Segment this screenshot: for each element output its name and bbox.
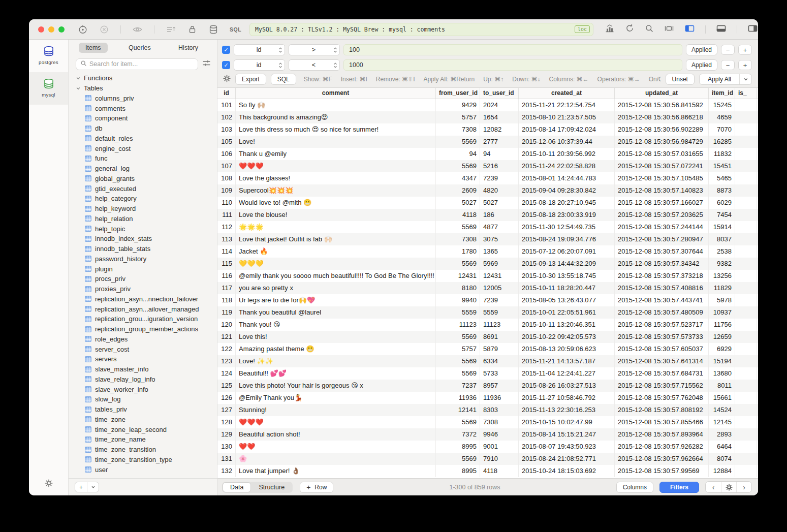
table-list-item[interactable]: role_edges	[69, 334, 217, 345]
preview-eye-icon[interactable]	[132, 25, 143, 34]
cell-created_at[interactable]: 2015-08-18 23:00:33.919	[519, 209, 615, 221]
cell-is_[interactable]	[735, 99, 757, 111]
cell-from_user_id[interactable]: 5569	[436, 160, 480, 172]
table-row[interactable]: 116@emily thank you soooo much beautiful…	[217, 270, 758, 282]
table-list-item[interactable]: engine_cost	[69, 143, 217, 153]
cell-to_user_id[interactable]: 1654	[480, 111, 519, 123]
table-settings-gear-icon[interactable]	[721, 482, 736, 492]
table-list-item[interactable]: time_zone	[69, 415, 217, 425]
cell-is_[interactable]	[735, 404, 757, 416]
cell-updated_at[interactable]: 2015-12-08 15:30:57.641314	[615, 355, 709, 367]
cell-item_id[interactable]: 11829	[709, 282, 735, 294]
cell-updated_at[interactable]: 2015-12-08 15:30:57.480509	[615, 306, 709, 319]
cell-comment[interactable]: Love this photo! Your hair is gorgeous 😘…	[236, 380, 436, 392]
cell-from_user_id[interactable]: 7308	[436, 233, 480, 245]
cell-comment[interactable]: Thank you! 😘	[236, 319, 436, 331]
cell-item_id[interactable]: 6929	[709, 343, 735, 355]
cell-from_user_id[interactable]: 1780	[436, 245, 480, 258]
column-header-item_id[interactable]: item_id	[709, 88, 735, 99]
cell-to_user_id[interactable]: 11936	[480, 392, 519, 404]
table-list-item[interactable]: columns_priv	[69, 93, 217, 104]
cell-to_user_id[interactable]: 3075	[480, 233, 519, 245]
cell-comment[interactable]: ❤️❤️❤️	[236, 160, 436, 172]
cell-updated_at[interactable]: 2015-12-08 15:30:57.280947	[615, 233, 709, 245]
filter-applied-button[interactable]: Applied	[686, 44, 717, 55]
table-list-item[interactable]: time_zone_transition_type	[69, 455, 217, 465]
table-list-item[interactable]: general_log	[69, 164, 217, 174]
close-button[interactable]	[38, 26, 44, 33]
cell-id[interactable]: 110	[217, 197, 236, 209]
cell-comment[interactable]: ❤️❤️	[236, 441, 436, 453]
cell-id[interactable]: 117	[217, 282, 236, 294]
cell-id[interactable]: 124	[217, 367, 236, 380]
cell-is_[interactable]	[735, 111, 757, 123]
cell-item_id[interactable]: 11756	[709, 319, 735, 331]
cell-id[interactable]: 111	[217, 209, 236, 221]
cell-item_id[interactable]: 12884	[709, 465, 735, 477]
next-page-button[interactable]: ›	[736, 482, 751, 492]
connection-field[interactable]: MySQL 8.0.27 : TLSv1.2 : MySQL Brew : my…	[249, 23, 593, 36]
cell-is_[interactable]	[735, 441, 757, 453]
table-row[interactable]: 118Ur legs are to die for🙌💖994072392015-…	[217, 294, 758, 306]
cell-item_id[interactable]: 7454	[709, 209, 735, 221]
cell-id[interactable]: 101	[217, 99, 236, 111]
cell-item_id[interactable]: 5978	[709, 294, 735, 306]
column-header-id[interactable]: id	[217, 88, 236, 99]
table-list-item[interactable]: innodb_index_stats	[69, 234, 217, 244]
cell-item_id[interactable]: 16285	[709, 136, 735, 148]
cell-created_at[interactable]: 2015-09-04 09:28:30.842	[519, 184, 615, 197]
table-row[interactable]: 132Love that jumper! 👌🏾899541182015-10-2…	[217, 465, 758, 477]
filters-button[interactable]: Filters	[659, 482, 699, 493]
table-row[interactable]: 102This background is amazing😍5757165420…	[217, 111, 758, 123]
cell-comment[interactable]: So fly 🙌🏼	[236, 99, 436, 111]
cell-created_at[interactable]: 2015-07-12 06:20:07.091	[519, 245, 615, 258]
table-list-item[interactable]: slave_relay_log_info	[69, 374, 217, 385]
cell-is_[interactable]	[735, 148, 757, 160]
cell-from_user_id[interactable]: 7237	[436, 380, 480, 392]
table-row[interactable]: 125Love this photo! Your hair is gorgeou…	[217, 380, 758, 392]
item-actions-chevron[interactable]	[87, 482, 99, 492]
cell-to_user_id[interactable]: 8303	[480, 404, 519, 416]
cell-created_at[interactable]: 2015-10-01 22:05:51.961	[519, 306, 615, 319]
cell-id[interactable]: 113	[217, 233, 236, 245]
cell-id[interactable]: 132	[217, 465, 236, 477]
cell-item_id[interactable]: 13680	[709, 367, 735, 380]
search-icon[interactable]	[645, 24, 654, 35]
data-tab[interactable]: Data	[223, 482, 251, 492]
cell-id[interactable]: 123	[217, 355, 236, 367]
table-list-item[interactable]: replication_asyn...nnection_failover	[69, 294, 217, 304]
table-list-item[interactable]: help_topic	[69, 224, 217, 234]
table-row[interactable]: 107❤️❤️❤️556952162015-11-24 22:02:58.828…	[217, 160, 758, 172]
cell-updated_at[interactable]: 2015-12-08 15:30:57.762048	[615, 392, 709, 404]
cell-created_at[interactable]: 2015-08-01 14:24:44.783	[519, 172, 615, 184]
column-header-is_[interactable]: is_	[735, 88, 757, 99]
cell-to_user_id[interactable]: 6334	[480, 355, 519, 367]
cell-comment[interactable]: 🌟🌟🌟	[236, 221, 436, 233]
cell-is_[interactable]	[735, 136, 757, 148]
cell-created_at[interactable]: 2015-08-10 21:23:57.505	[519, 111, 615, 123]
connection-mysql[interactable]: mysql	[29, 72, 68, 105]
filter-operator-select[interactable]: <	[289, 59, 340, 71]
cell-to_user_id[interactable]: 186	[480, 209, 519, 221]
filter-checkbox[interactable]: ✓	[222, 61, 230, 69]
cell-item_id[interactable]: 14524	[709, 404, 735, 416]
filter-field-select[interactable]: id	[234, 44, 285, 55]
cell-from_user_id[interactable]: 5569	[436, 136, 480, 148]
cell-is_[interactable]	[735, 453, 757, 465]
cell-id[interactable]: 114	[217, 245, 236, 258]
cell-comment[interactable]: Would love to! @mith 😬	[236, 197, 436, 209]
table-row[interactable]: 115💛💛💛556959692015-09-13 14:44:32.209201…	[217, 258, 758, 270]
table-list-item[interactable]: replication_group_member_actions	[69, 324, 217, 334]
cell-updated_at[interactable]: 2015-12-08 15:30:56.984729	[615, 136, 709, 148]
toggle-bottom-panel-icon[interactable]	[716, 24, 727, 35]
cell-comment[interactable]: Stunning!	[236, 404, 436, 416]
cell-from_user_id[interactable]: 7372	[436, 428, 480, 441]
cell-updated_at[interactable]: 2015-12-08 15:30:57.373218	[615, 270, 709, 282]
cell-item_id[interactable]: 5465	[709, 172, 735, 184]
table-row[interactable]: 101So fly 🙌🏼942920242015-11-21 22:12:54.…	[217, 99, 758, 111]
table-row[interactable]: 117you are so pretty x8180120052015-10-1…	[217, 282, 758, 294]
cell-updated_at[interactable]: 2015-12-08 15:30:57.605037	[615, 343, 709, 355]
cell-is_[interactable]	[735, 270, 757, 282]
cell-updated_at[interactable]: 2015-12-08 15:30:56.841592	[615, 99, 709, 111]
columns-button[interactable]: Columns	[616, 482, 653, 493]
